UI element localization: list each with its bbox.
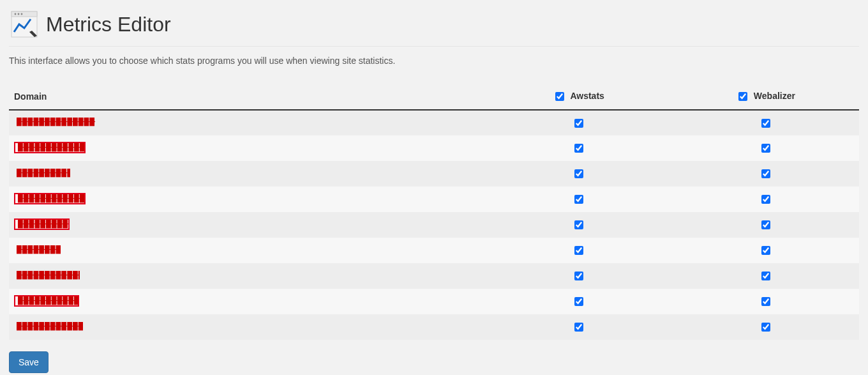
webalizer-checkbox[interactable] [761,272,770,280]
webalizer-checkbox[interactable] [761,297,770,306]
domain-cell: ██████████ [9,161,485,187]
metrics-table: Domain Awstats Webalizer ███████████████… [9,84,859,340]
awstats-checkbox[interactable] [574,144,583,153]
table-row: ██████████████ [9,187,859,212]
domain-cell: ██████████████ [9,110,485,135]
domain-cell: ██████████████ [9,314,485,340]
table-body: ████████████████████████████████████████… [9,110,859,340]
awstats-checkbox[interactable] [574,220,583,229]
table-row: ██████████ [9,161,859,187]
column-header-webalizer: Webalizer [672,84,859,110]
webalizer-cell [672,238,859,263]
webalizer-checkbox[interactable] [761,220,770,229]
awstats-checkbox[interactable] [574,195,583,204]
domain-redacted: ██████████ [14,169,70,178]
awstats-cell [485,238,672,263]
webalizer-cell [672,187,859,212]
webalizer-header-label: Webalizer [754,91,795,101]
webalizer-cell [672,263,859,289]
awstats-cell [485,161,672,187]
awstats-cell [485,110,672,135]
webalizer-cell [672,110,859,135]
table-row: ████████████ [9,289,859,314]
page-header: Metrics Editor [9,9,859,47]
svg-point-2 [15,13,17,15]
table-row: ██████████ [9,212,859,238]
domain-redacted: █████████████ [14,142,86,153]
page-description: This interface allows you to choose whic… [9,56,859,66]
awstats-cell [485,212,672,238]
awstats-cell [485,187,672,212]
webalizer-checkbox[interactable] [761,195,770,204]
webalizer-all-checkbox[interactable] [738,92,747,101]
domain-cell: ████████ [9,238,485,263]
table-row: ██████████████ [9,110,859,135]
svg-point-4 [21,13,23,15]
table-row: █████████████ [9,135,859,161]
domain-redacted: ██████████████ [14,118,108,126]
domain-cell: █████████████ [9,263,485,289]
awstats-checkbox[interactable] [574,246,583,255]
domain-redacted: ██████████████ [14,322,83,331]
column-header-domain: Domain [9,84,485,110]
svg-point-3 [18,13,20,15]
webalizer-cell [672,161,859,187]
awstats-cell [485,289,672,314]
column-header-awstats: Awstats [485,84,672,110]
webalizer-checkbox[interactable] [761,169,770,178]
page-title: Metrics Editor [46,13,171,36]
save-button[interactable]: Save [9,351,49,373]
domain-redacted: █████████████ [14,271,80,280]
awstats-cell [485,263,672,289]
webalizer-cell [672,289,859,314]
metrics-icon [9,9,40,40]
domain-redacted: ██████████████ [14,193,86,204]
table-row: ████████ [9,238,859,263]
awstats-checkbox[interactable] [574,323,583,332]
webalizer-cell [672,314,859,340]
awstats-checkbox[interactable] [574,169,583,178]
table-row: ██████████████ [9,314,859,340]
webalizer-cell [672,212,859,238]
awstats-checkbox[interactable] [574,272,583,280]
awstats-checkbox[interactable] [574,119,583,128]
domain-cell: ████████████ [9,289,485,314]
webalizer-checkbox[interactable] [761,246,770,255]
awstats-cell [485,135,672,161]
awstats-all-checkbox[interactable] [555,92,564,101]
domain-cell: ██████████████ [9,187,485,212]
domain-redacted: ████████████ [14,295,79,307]
domain-cell: ██████████ [9,212,485,238]
awstats-cell [485,314,672,340]
domain-redacted: ████████ [14,245,61,254]
table-row: █████████████ [9,263,859,289]
domain-redacted: ██████████ [14,218,70,230]
awstats-header-label: Awstats [570,91,604,101]
domain-cell: █████████████ [9,135,485,161]
webalizer-checkbox[interactable] [761,119,770,128]
webalizer-cell [672,135,859,161]
awstats-checkbox[interactable] [574,297,583,306]
webalizer-checkbox[interactable] [761,144,770,153]
webalizer-checkbox[interactable] [761,323,770,332]
